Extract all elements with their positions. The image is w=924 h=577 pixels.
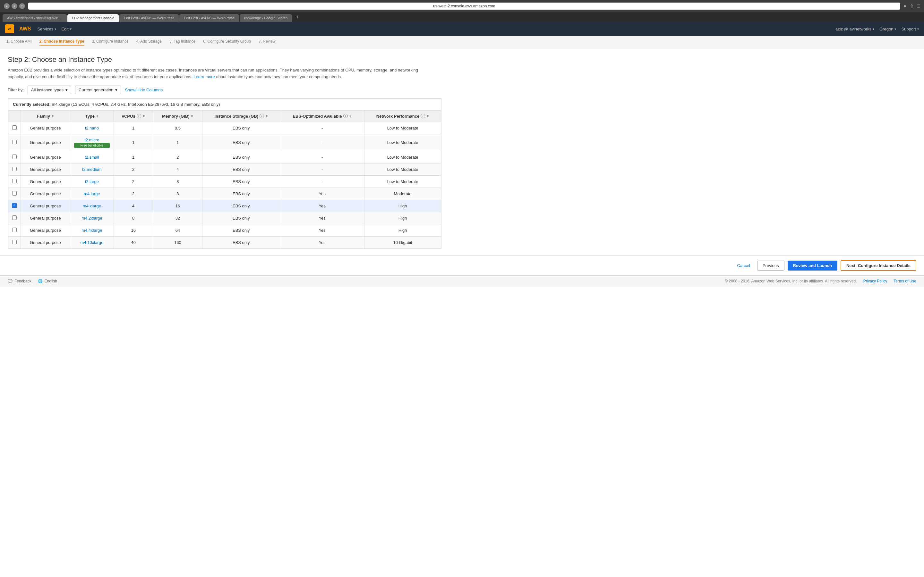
instance-type-link[interactable]: m4.10xlarge bbox=[81, 240, 103, 245]
feedback-button[interactable]: 💬 Feedback bbox=[8, 279, 31, 284]
row-type[interactable]: t2.microFree tier eligible bbox=[70, 134, 113, 151]
table-row[interactable]: General purposet2.small12EBS only-Low to… bbox=[8, 151, 441, 163]
url-bar[interactable]: us-west-2.console.aws.amazon.com bbox=[28, 3, 900, 10]
th-type[interactable]: Type ⇕ bbox=[70, 110, 113, 122]
row-type[interactable]: t2.large bbox=[70, 175, 113, 187]
terms-of-use-link[interactable]: Terms of Use bbox=[893, 279, 916, 284]
th-memory[interactable]: Memory (GiB) ⇕ bbox=[153, 110, 202, 122]
table-row[interactable]: General purposet2.medium24EBS only-Low t… bbox=[8, 163, 441, 175]
row-checkbox[interactable] bbox=[12, 179, 17, 183]
topnav-support[interactable]: Support ▾ bbox=[901, 27, 919, 31]
instance-type-link[interactable]: t2.micro bbox=[84, 137, 99, 142]
language-selector[interactable]: 🌐 English bbox=[38, 279, 57, 284]
privacy-policy-link[interactable]: Privacy Policy bbox=[863, 279, 887, 284]
th-family[interactable]: Family ⇕ bbox=[21, 110, 70, 122]
row-checkbox-cell[interactable] bbox=[8, 175, 21, 187]
row-type[interactable]: m4.2xlarge bbox=[70, 212, 113, 224]
row-checkbox[interactable] bbox=[12, 215, 17, 220]
row-checkbox-cell[interactable] bbox=[8, 134, 21, 151]
instance-type-link[interactable]: m4.xlarge bbox=[83, 203, 101, 208]
row-checkbox[interactable] bbox=[12, 191, 17, 195]
row-checkbox-cell[interactable] bbox=[8, 151, 21, 163]
table-row[interactable]: General purposem4.2xlarge832EBS onlyYesH… bbox=[8, 212, 441, 224]
generation-filter[interactable]: Current generation ▾ bbox=[75, 85, 121, 94]
browser-tab-3[interactable]: Edit Post ‹ Avi KB — WordPress bbox=[120, 14, 179, 22]
fullscreen-icon[interactable]: □ bbox=[917, 3, 920, 9]
th-network[interactable]: Network Performance i ⇕ bbox=[365, 110, 441, 122]
table-row[interactable]: General purposet2.microFree tier eligibl… bbox=[8, 134, 441, 151]
new-tab-button[interactable]: + bbox=[292, 12, 302, 22]
instance-type-link[interactable]: t2.large bbox=[85, 179, 99, 184]
row-checkbox-cell[interactable] bbox=[8, 212, 21, 224]
browser-tab-4[interactable]: Edit Post ‹ Avi KB — WordPress bbox=[179, 14, 239, 22]
table-row[interactable]: General purposem4.xlarge416EBS onlyYesHi… bbox=[8, 200, 441, 212]
row-type[interactable]: m4.4xlarge bbox=[70, 224, 113, 236]
row-checkbox[interactable] bbox=[12, 240, 17, 244]
row-type[interactable]: m4.xlarge bbox=[70, 200, 113, 212]
topnav-user[interactable]: aziz @ avinetworks ▾ bbox=[835, 27, 874, 31]
topnav-services[interactable]: Services ▾ bbox=[37, 27, 56, 31]
row-checkbox[interactable] bbox=[12, 140, 17, 144]
instance-type-link[interactable]: t2.small bbox=[85, 155, 99, 160]
step-2[interactable]: 2. Choose Instance Type bbox=[39, 39, 84, 45]
table-row[interactable]: General purposem4.10xlarge40160EBS onlyY… bbox=[8, 236, 441, 248]
th-vcpus[interactable]: vCPUs i ⇕ bbox=[114, 110, 153, 122]
storage-info-icon[interactable]: i bbox=[260, 114, 264, 118]
instance-type-link[interactable]: m4.4xlarge bbox=[81, 228, 102, 233]
topnav-region[interactable]: Oregon ▾ bbox=[879, 27, 896, 31]
step-1[interactable]: 1. Choose AMI bbox=[6, 39, 32, 45]
topnav-edit[interactable]: Edit ▾ bbox=[61, 27, 71, 31]
row-checkbox[interactable] bbox=[12, 155, 17, 159]
row-checkbox[interactable] bbox=[12, 227, 17, 232]
browser-tab-2[interactable]: EC2 Management Console bbox=[67, 14, 119, 22]
th-storage[interactable]: Instance Storage (GB) i ⇕ bbox=[202, 110, 280, 122]
ebs-info-icon[interactable]: i bbox=[343, 114, 348, 118]
instance-type-link[interactable]: m4.large bbox=[84, 191, 100, 196]
table-row[interactable]: General purposet2.nano10.5EBS only-Low t… bbox=[8, 122, 441, 134]
table-row[interactable]: General purposet2.large28EBS only-Low to… bbox=[8, 175, 441, 187]
row-checkbox-cell[interactable] bbox=[8, 236, 21, 248]
row-type[interactable]: m4.large bbox=[70, 187, 113, 200]
browser-nav-buttons[interactable]: ‹ › □ bbox=[4, 3, 25, 9]
row-vcpus: 40 bbox=[114, 236, 153, 248]
row-checkbox-cell[interactable] bbox=[8, 224, 21, 236]
row-checkbox-cell[interactable] bbox=[8, 187, 21, 200]
vcpus-info-icon[interactable]: i bbox=[137, 114, 141, 118]
step-5[interactable]: 5. Tag Instance bbox=[170, 39, 195, 45]
step-6[interactable]: 6. Configure Security Group bbox=[203, 39, 251, 45]
row-checkbox-cell[interactable] bbox=[8, 122, 21, 134]
learn-more-link[interactable]: Learn more bbox=[194, 74, 215, 79]
profile-icon[interactable]: ● bbox=[903, 3, 907, 9]
next-configure-button[interactable]: Next: Configure Instance Details bbox=[841, 260, 916, 271]
table-row[interactable]: General purposem4.4xlarge1664EBS onlyYes… bbox=[8, 224, 441, 236]
browser-tab-1[interactable]: AWS credentials - srinivas@avinetworks.c… bbox=[3, 14, 67, 22]
row-checkbox-cell[interactable] bbox=[8, 200, 21, 212]
step-4[interactable]: 4. Add Storage bbox=[136, 39, 162, 45]
instance-type-filter[interactable]: All instance types ▾ bbox=[27, 85, 71, 94]
share-icon[interactable]: ⇧ bbox=[909, 3, 914, 9]
instance-type-link[interactable]: t2.nano bbox=[85, 126, 99, 131]
instance-type-link[interactable]: m4.2xlarge bbox=[81, 216, 102, 221]
row-checkbox[interactable] bbox=[12, 125, 17, 130]
step-7[interactable]: 7. Review bbox=[258, 39, 276, 45]
view-button[interactable]: □ bbox=[19, 3, 25, 9]
browser-tab-5[interactable]: knowledge - Google Search bbox=[240, 14, 292, 22]
cancel-button[interactable]: Cancel bbox=[733, 261, 754, 270]
th-ebs-optimized[interactable]: EBS-Optimized Available i ⇕ bbox=[280, 110, 364, 122]
back-button[interactable]: ‹ bbox=[4, 3, 10, 9]
show-hide-columns-link[interactable]: Show/Hide Columns bbox=[125, 87, 163, 92]
previous-button[interactable]: Previous bbox=[757, 261, 784, 271]
table-row[interactable]: General purposem4.large28EBS onlyYesMode… bbox=[8, 187, 441, 200]
network-info-icon[interactable]: i bbox=[421, 114, 425, 118]
row-type[interactable]: t2.medium bbox=[70, 163, 113, 175]
row-type[interactable]: t2.small bbox=[70, 151, 113, 163]
row-type[interactable]: m4.10xlarge bbox=[70, 236, 113, 248]
forward-button[interactable]: › bbox=[11, 3, 17, 9]
instance-type-link[interactable]: t2.medium bbox=[82, 167, 102, 172]
row-type[interactable]: t2.nano bbox=[70, 122, 113, 134]
step-3[interactable]: 3. Configure Instance bbox=[92, 39, 129, 45]
checkbox-checked-icon[interactable] bbox=[12, 203, 17, 208]
row-checkbox[interactable] bbox=[12, 167, 17, 171]
review-launch-button[interactable]: Review and Launch bbox=[788, 261, 837, 271]
row-checkbox-cell[interactable] bbox=[8, 163, 21, 175]
